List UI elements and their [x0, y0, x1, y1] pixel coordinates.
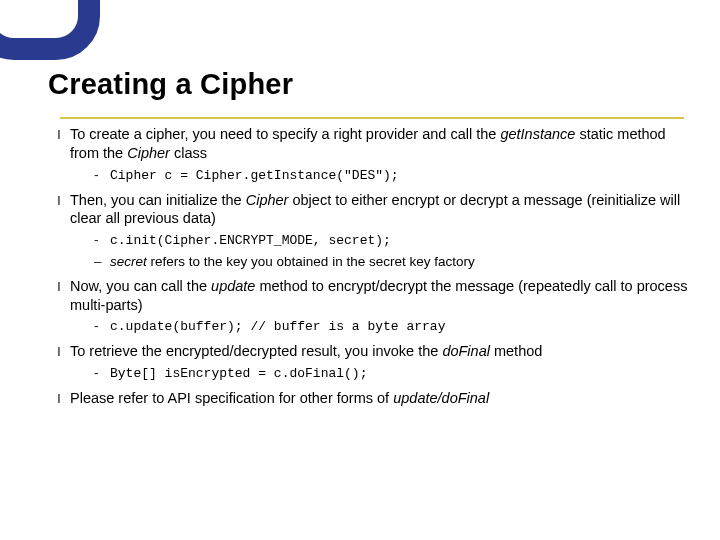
slide-title: Creating a Cipher — [48, 68, 692, 101]
bullet-level2: -Cipher c = Cipher.getInstance("DES"); — [94, 166, 692, 185]
bullet-level1: lTo retrieve the encrypted/decrypted res… — [48, 342, 692, 361]
bullet-level2: –secret refers to the key you obtained i… — [94, 253, 692, 271]
bullet-icon: l — [48, 125, 70, 163]
bullet-level1: lTo create a cipher, you need to specify… — [48, 125, 692, 163]
bullet-icon: l — [48, 389, 70, 408]
bullet-text: Please refer to API specification for ot… — [70, 389, 692, 408]
dash-icon: - — [94, 231, 110, 250]
bullet-text: Then, you can initialize the Cipher obje… — [70, 191, 692, 229]
dash-icon: - — [94, 166, 110, 185]
sub-bullet-text: secret refers to the key you obtained in… — [110, 253, 692, 271]
bullet-level1: lPlease refer to API specification for o… — [48, 389, 692, 408]
bullet-text: To create a cipher, you need to specify … — [70, 125, 692, 163]
bullet-icon: l — [48, 191, 70, 229]
bullet-icon: l — [48, 277, 70, 315]
slide-content: lTo create a cipher, you need to specify… — [48, 125, 692, 409]
bullet-level2: -c.update(buffer); // buffer is a byte a… — [94, 317, 692, 336]
sub-bullet-text: Byte[] isEncrypted = c.doFinal(); — [110, 364, 692, 383]
bullet-level1: lThen, you can initialize the Cipher obj… — [48, 191, 692, 229]
bullet-text: To retrieve the encrypted/decrypted resu… — [70, 342, 692, 361]
sub-bullet-text: c.init(Cipher.ENCRYPT_MODE, secret); — [110, 231, 692, 250]
sub-bullet-text: c.update(buffer); // buffer is a byte ar… — [110, 317, 692, 336]
dash-icon: - — [94, 317, 110, 336]
dash-icon: – — [94, 253, 110, 271]
bullet-level2: -Byte[] isEncrypted = c.doFinal(); — [94, 364, 692, 383]
bullet-level2: -c.init(Cipher.ENCRYPT_MODE, secret); — [94, 231, 692, 250]
title-underline — [60, 117, 684, 119]
bullet-level1: lNow, you can call the update method to … — [48, 277, 692, 315]
bullet-text: Now, you can call the update method to e… — [70, 277, 692, 315]
slide-body: Creating a Cipher lTo create a cipher, y… — [0, 0, 720, 540]
bullet-icon: l — [48, 342, 70, 361]
sub-bullet-text: Cipher c = Cipher.getInstance("DES"); — [110, 166, 692, 185]
dash-icon: - — [94, 364, 110, 383]
